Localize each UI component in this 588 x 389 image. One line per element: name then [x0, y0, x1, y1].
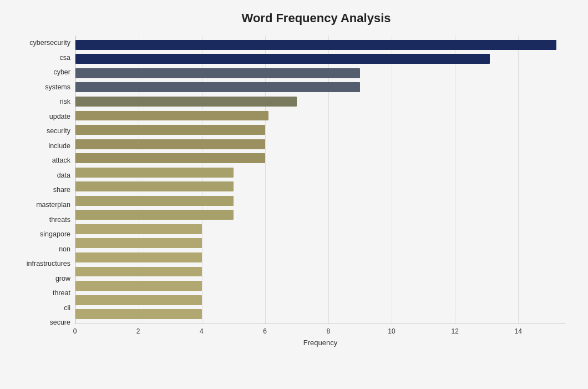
y-label: cybersecurity [29, 39, 70, 47]
bar [75, 111, 268, 121]
bar-row [75, 236, 566, 251]
chart-title: Word Frequency Analysis [11, 11, 566, 26]
y-label: grow [55, 275, 70, 282]
bar [75, 82, 360, 92]
y-label: masterplan [36, 201, 70, 209]
bar-row [75, 52, 566, 67]
bars-and-x-container: 02468101214 Frequency [75, 36, 566, 347]
chart-area: cybersecuritycsacybersystemsriskupdatese… [11, 36, 566, 347]
bar [75, 54, 490, 64]
bar-row [75, 222, 566, 236]
x-tick: 4 [200, 327, 204, 335]
y-label: secure [49, 319, 70, 326]
chart-container: Word Frequency Analysis cybersecuritycsa… [0, 0, 588, 389]
bar-row [75, 279, 566, 293]
bar [75, 224, 202, 234]
bar [75, 181, 234, 191]
bars-area [75, 36, 566, 324]
x-tick: 8 [326, 327, 330, 335]
x-tick: 12 [451, 327, 458, 335]
bar-row [75, 151, 566, 165]
x-tick: 6 [263, 327, 267, 335]
x-tick: 0 [73, 327, 77, 335]
bars-inner [75, 36, 566, 324]
bar-row [75, 109, 566, 123]
y-label: cii [64, 305, 70, 312]
x-axis-ticks: 02468101214 [75, 325, 566, 336]
bar [75, 153, 265, 163]
bar-row [75, 307, 566, 321]
y-label: csa [60, 54, 70, 62]
bar [75, 267, 202, 277]
y-label: systems [45, 84, 70, 91]
y-label: threats [49, 216, 70, 224]
bar [75, 139, 265, 149]
bar [75, 68, 360, 78]
bar [75, 40, 556, 50]
y-label: threat [53, 290, 70, 297]
x-axis-label: Frequency [75, 339, 566, 347]
bar [75, 168, 234, 178]
x-tick: 10 [388, 327, 395, 335]
bar-row [75, 265, 566, 279]
x-tick: 14 [515, 327, 522, 335]
bar [75, 252, 202, 262]
y-label: risk [60, 98, 70, 105]
bar-row [75, 194, 566, 208]
x-tick: 2 [136, 327, 140, 335]
bar [75, 281, 202, 291]
bar-row [75, 66, 566, 80]
bar-row [75, 293, 566, 307]
y-label: update [49, 113, 70, 120]
bar-row [75, 165, 566, 180]
bar [75, 97, 297, 107]
y-label: share [53, 186, 70, 194]
bar [75, 196, 234, 206]
bar-row [75, 80, 566, 95]
bar-row [75, 38, 566, 52]
y-label: non [59, 246, 70, 253]
bar-row [75, 137, 566, 151]
bar [75, 309, 202, 319]
bar-row [75, 123, 566, 137]
y-label: data [57, 172, 70, 179]
y-label: security [47, 128, 70, 135]
bar [75, 295, 202, 305]
bar-row [75, 179, 566, 194]
y-label: attack [52, 157, 70, 164]
bar [75, 125, 265, 135]
bar-row [75, 250, 566, 265]
y-label: infrastructures [27, 260, 70, 267]
bar [75, 238, 202, 248]
bar-row [75, 94, 566, 109]
y-label: cyber [53, 69, 70, 76]
bar-row [75, 208, 566, 223]
y-axis-labels: cybersecuritycsacybersystemsriskupdatese… [11, 36, 75, 347]
y-label: singapore [40, 231, 70, 238]
bar [75, 210, 234, 220]
y-label: include [48, 143, 70, 150]
